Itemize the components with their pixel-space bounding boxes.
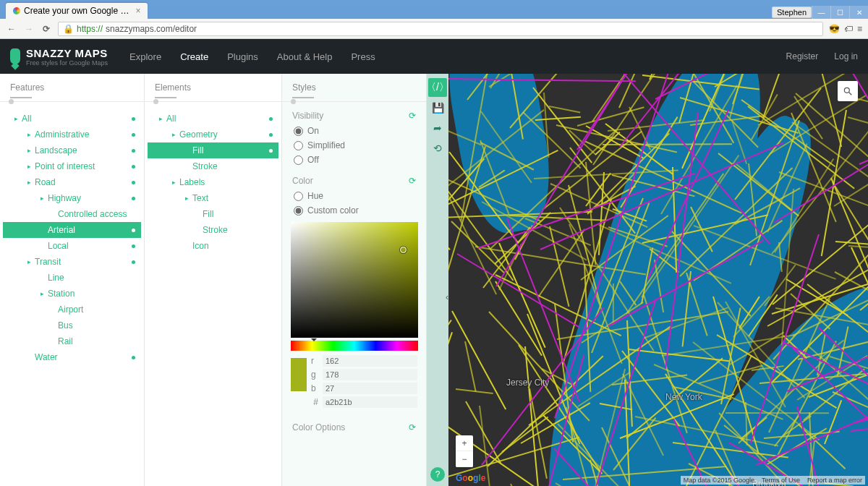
styles-header: Styles <box>282 74 426 98</box>
element-text[interactable]: ▸Text <box>148 190 278 206</box>
color-hue[interactable]: Hue <box>282 189 426 203</box>
tree-label: Line <box>48 273 64 283</box>
feature-highway[interactable]: ▸Highway <box>3 190 141 206</box>
tree-label: Station <box>48 289 75 299</box>
nav-create[interactable]: Create <box>180 51 208 62</box>
color-satval-picker[interactable] <box>291 222 418 338</box>
help-button[interactable]: ? <box>430 467 445 482</box>
reload-icon[interactable]: ⟳ <box>41 24 52 34</box>
hex-label: # <box>291 397 318 407</box>
nav-plugins[interactable]: Plugins <box>227 51 258 62</box>
feature-arterial[interactable]: Arterial <box>3 222 141 238</box>
logo[interactable]: SNAZZY MAPS Free styles for Google Maps <box>10 47 108 67</box>
menu-icon[interactable]: ≡ <box>857 24 862 34</box>
element-fill[interactable]: Fill <box>148 206 278 222</box>
feature-line[interactable]: Line <box>3 270 141 286</box>
color-hue-slider[interactable] <box>291 341 418 351</box>
visibility-off[interactable]: Off <box>282 153 426 167</box>
map-search-button[interactable] <box>838 81 858 101</box>
profile-chip[interactable]: Stephen <box>772 7 812 18</box>
attrib-report[interactable]: Report a map error <box>807 477 862 484</box>
nav-explore[interactable]: Explore <box>129 51 161 62</box>
zoom-in-button[interactable]: + <box>456 435 473 451</box>
color-reset-icon[interactable]: ⟳ <box>409 176 416 186</box>
feature-controlled-access[interactable]: Controlled access <box>3 206 141 222</box>
tree-label: Water <box>35 352 58 362</box>
lock-icon: 🔒 <box>63 24 74 34</box>
g-input[interactable] <box>323 369 417 380</box>
search-icon <box>843 86 853 96</box>
bookmark-icon[interactable]: 🏷 <box>844 24 853 34</box>
caret-icon: ▸ <box>39 195 45 202</box>
element-stroke[interactable]: Stroke <box>148 158 278 174</box>
reset-button[interactable]: ⟲ <box>428 139 447 158</box>
feature-administrative[interactable]: ▸Administrative <box>3 127 141 142</box>
color-options-reset-icon[interactable]: ⟳ <box>409 422 416 432</box>
visibility-reset-icon[interactable]: ⟳ <box>409 111 416 121</box>
close-tab-icon[interactable]: × <box>135 6 140 16</box>
url-scheme: https:// <box>77 24 103 34</box>
zoom-out-button[interactable]: − <box>456 451 473 467</box>
element-fill[interactable]: Fill <box>148 142 278 158</box>
tree-label: Point of interest <box>35 161 95 171</box>
element-stroke[interactable]: Stroke <box>148 222 278 238</box>
save-button[interactable]: 💾 <box>428 98 447 117</box>
element-labels[interactable]: ▸Labels <box>148 174 278 190</box>
zoom-control: + − <box>456 435 473 467</box>
visibility-on[interactable]: On <box>282 124 426 138</box>
hex-input[interactable] <box>323 396 417 408</box>
element-all[interactable]: ▸All <box>148 111 278 127</box>
hue-marker-icon[interactable] <box>311 338 317 344</box>
attrib-data: Map data ©2015 Google <box>684 477 754 484</box>
incognito-icon[interactable]: 😎 <box>829 24 840 34</box>
forward-icon[interactable]: → <box>23 24 35 34</box>
top-nav: Explore Create Plugins About & Help Pres… <box>129 51 375 62</box>
b-input[interactable] <box>323 383 417 394</box>
element-geometry[interactable]: ▸Geometry <box>148 127 278 142</box>
feature-landscape[interactable]: ▸Landscape <box>3 142 141 158</box>
feature-water[interactable]: Water <box>3 349 141 365</box>
tree-label: Stroke <box>192 161 218 171</box>
register-link[interactable]: Register <box>786 51 819 61</box>
minimize-button[interactable]: — <box>812 6 830 19</box>
login-link[interactable]: Log in <box>834 51 858 61</box>
modified-dot-icon <box>132 197 135 200</box>
url-text: snazzymaps.com/editor <box>106 24 197 34</box>
visibility-simplified[interactable]: Simplified <box>282 138 426 153</box>
feature-local[interactable]: Local <box>3 238 141 254</box>
feature-transit[interactable]: ▸Transit <box>3 254 141 270</box>
element-icon[interactable]: Icon <box>148 238 278 254</box>
modified-dot-icon <box>132 260 135 264</box>
address-bar[interactable]: 🔒 https:// snazzymaps.com/editor <box>58 22 823 36</box>
feature-rail[interactable]: Rail <box>3 333 141 349</box>
tree-label: Labels <box>179 177 205 187</box>
maximize-button[interactable]: ☐ <box>830 6 849 19</box>
feature-road[interactable]: ▸Road <box>3 174 141 190</box>
back-icon[interactable]: ← <box>6 24 17 34</box>
nav-press[interactable]: Press <box>351 51 375 62</box>
visibility-label: Visibility <box>292 111 323 121</box>
attrib-terms[interactable]: Terms of Use <box>762 477 800 484</box>
map-canvas[interactable]: New YorkJersey CityBrooklyn <box>448 74 868 486</box>
nav-about[interactable]: About & Help <box>277 51 333 62</box>
feature-point-of-interest[interactable]: ▸Point of interest <box>3 158 141 174</box>
browser-tab[interactable]: Create your own Google … × <box>6 3 148 19</box>
caret-icon: ▸ <box>26 147 32 154</box>
feature-bus[interactable]: Bus <box>3 317 141 333</box>
modified-dot-icon <box>132 165 135 169</box>
share-button[interactable]: ➦ <box>428 119 447 137</box>
modified-dot-icon <box>132 149 135 153</box>
feature-station[interactable]: ▸Station <box>3 286 141 302</box>
close-button[interactable]: ✕ <box>849 6 868 19</box>
picker-cursor-icon[interactable] <box>400 247 407 253</box>
tree-label: All <box>166 114 176 124</box>
r-input[interactable] <box>323 355 417 367</box>
tree-label: Landscape <box>35 145 77 155</box>
feature-airport[interactable]: Airport <box>3 302 141 317</box>
modified-dot-icon <box>132 133 135 137</box>
color-custom[interactable]: Custom color <box>282 203 426 218</box>
feature-all[interactable]: ▸All <box>3 111 141 127</box>
code-view-button[interactable]: 〈/〉 <box>428 78 447 97</box>
caret-icon: ▸ <box>26 131 32 138</box>
tree-label: Fill <box>192 145 203 155</box>
